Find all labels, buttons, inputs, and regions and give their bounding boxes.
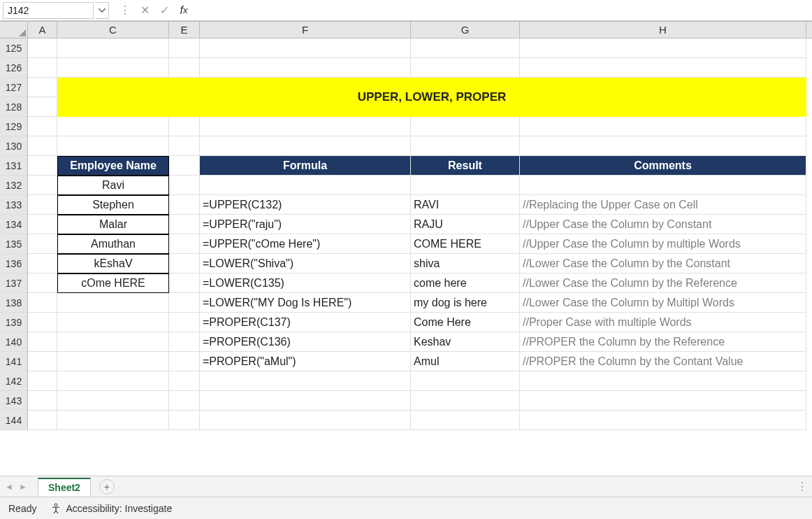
result-cell[interactable]: RAJU xyxy=(411,215,520,234)
col-header-F[interactable]: F xyxy=(200,22,411,38)
cell[interactable] xyxy=(411,176,520,195)
row-header[interactable]: 139 xyxy=(0,313,27,332)
row-header[interactable]: 131 xyxy=(0,156,27,176)
cell[interactable] xyxy=(200,136,411,156)
cell[interactable] xyxy=(28,254,57,273)
header-result[interactable]: Result xyxy=(411,156,520,176)
cell[interactable] xyxy=(169,58,200,78)
result-cell[interactable]: my dog is here xyxy=(411,293,520,313)
row-header[interactable]: 125 xyxy=(0,38,27,58)
cell[interactable] xyxy=(57,332,169,352)
cell[interactable] xyxy=(200,371,411,391)
cell[interactable] xyxy=(28,411,57,430)
row-header[interactable]: 135 xyxy=(0,234,27,254)
cell[interactable] xyxy=(520,38,806,58)
cell[interactable] xyxy=(200,117,411,136)
comment-cell[interactable]: //Upper Case the Column by Constant xyxy=(520,215,806,234)
cell[interactable] xyxy=(57,371,169,391)
col-header-A[interactable]: A xyxy=(28,22,57,38)
sheet-nav-next[interactable]: ► xyxy=(17,480,29,494)
col-header-C[interactable]: C xyxy=(57,22,169,38)
cell[interactable] xyxy=(28,293,57,313)
cell[interactable] xyxy=(169,38,200,58)
cell[interactable] xyxy=(169,136,200,156)
employee-cell[interactable]: Stephen xyxy=(57,195,169,215)
cell[interactable] xyxy=(28,156,57,176)
more-icon[interactable]: ⋮ xyxy=(116,2,134,19)
row-header[interactable]: 137 xyxy=(0,273,27,293)
row-header[interactable]: 140 xyxy=(0,332,27,352)
cell[interactable] xyxy=(28,215,57,234)
row-header[interactable]: 128 xyxy=(0,97,27,117)
result-cell[interactable]: Amul xyxy=(411,352,520,371)
sheet-tab-active[interactable]: Sheet2 xyxy=(38,478,91,496)
name-box-dropdown[interactable] xyxy=(95,2,109,19)
cell[interactable] xyxy=(169,117,200,136)
cell[interactable] xyxy=(169,156,200,176)
formula-cell[interactable]: =LOWER("Shiva") xyxy=(200,254,411,273)
employee-cell[interactable]: Ravi xyxy=(57,176,169,195)
result-cell[interactable]: shiva xyxy=(411,254,520,273)
header-employee[interactable]: Employee Name xyxy=(57,156,169,176)
cell[interactable] xyxy=(28,78,57,117)
cell[interactable] xyxy=(200,411,411,430)
cell[interactable] xyxy=(169,352,200,371)
row-header[interactable]: 133 xyxy=(0,195,27,215)
fx-button[interactable]: fx xyxy=(175,2,193,19)
cell[interactable] xyxy=(169,234,200,254)
comment-cell[interactable]: //Lower Case the Column by the Constant xyxy=(520,254,806,273)
cell[interactable] xyxy=(57,117,169,136)
comment-cell[interactable]: //Proper Case with multiple Words xyxy=(520,313,806,332)
cell[interactable] xyxy=(169,411,200,430)
cell[interactable] xyxy=(169,176,200,195)
cell[interactable] xyxy=(520,176,806,195)
cell[interactable] xyxy=(411,371,520,391)
cell[interactable] xyxy=(28,332,57,352)
cell[interactable] xyxy=(520,117,806,136)
row-header[interactable]: 136 xyxy=(0,254,27,273)
formula-cell[interactable]: =UPPER("raju") xyxy=(200,215,411,234)
formula-cell[interactable]: =LOWER(C135) xyxy=(200,273,411,293)
cell[interactable] xyxy=(169,332,200,352)
banner-cell[interactable]: UPPER, LOWER, PROPER xyxy=(57,78,806,117)
cell[interactable] xyxy=(57,38,169,58)
cell[interactable] xyxy=(520,371,806,391)
row-header[interactable]: 142 xyxy=(0,371,27,391)
cell[interactable] xyxy=(169,254,200,273)
cell[interactable] xyxy=(28,136,57,156)
formula-cell[interactable]: =PROPER("aMul") xyxy=(200,352,411,371)
result-cell[interactable]: Keshav xyxy=(411,332,520,352)
cell[interactable] xyxy=(57,411,169,430)
cell[interactable] xyxy=(57,293,169,313)
cell[interactable] xyxy=(57,313,169,332)
cell[interactable] xyxy=(28,234,57,254)
col-header-H[interactable]: H xyxy=(520,22,806,38)
row-header[interactable]: 132 xyxy=(0,176,27,195)
cell[interactable] xyxy=(411,38,520,58)
cell[interactable] xyxy=(28,371,57,391)
formula-cell[interactable]: =PROPER(C137) xyxy=(200,313,411,332)
formula-cell[interactable]: =UPPER("cOme Here") xyxy=(200,234,411,254)
cell[interactable] xyxy=(411,411,520,430)
row-header[interactable]: 138 xyxy=(0,293,27,313)
cell[interactable] xyxy=(169,273,200,293)
header-formula[interactable]: Formula xyxy=(200,156,411,176)
row-header[interactable]: 126 xyxy=(0,58,27,78)
formula-input[interactable] xyxy=(194,2,809,19)
comment-cell[interactable]: //Upper Case the Column by multiple Word… xyxy=(520,234,806,254)
result-cell[interactable]: RAVI xyxy=(411,195,520,215)
row-header[interactable]: 144 xyxy=(0,411,27,430)
cell[interactable] xyxy=(520,411,806,430)
cell[interactable] xyxy=(520,136,806,156)
row-header[interactable]: 134 xyxy=(0,215,27,234)
comment-cell[interactable]: //Lower Case the Column by the Reference xyxy=(520,273,806,293)
header-comments[interactable]: Comments xyxy=(520,156,806,176)
cell[interactable] xyxy=(200,38,411,58)
cell[interactable] xyxy=(28,117,57,136)
employee-cell[interactable]: cOme HERE xyxy=(57,273,169,293)
cell[interactable] xyxy=(57,136,169,156)
select-all-corner[interactable] xyxy=(0,22,28,38)
cell[interactable] xyxy=(169,371,200,391)
col-header-E[interactable]: E xyxy=(169,22,200,38)
cell[interactable] xyxy=(57,58,169,78)
